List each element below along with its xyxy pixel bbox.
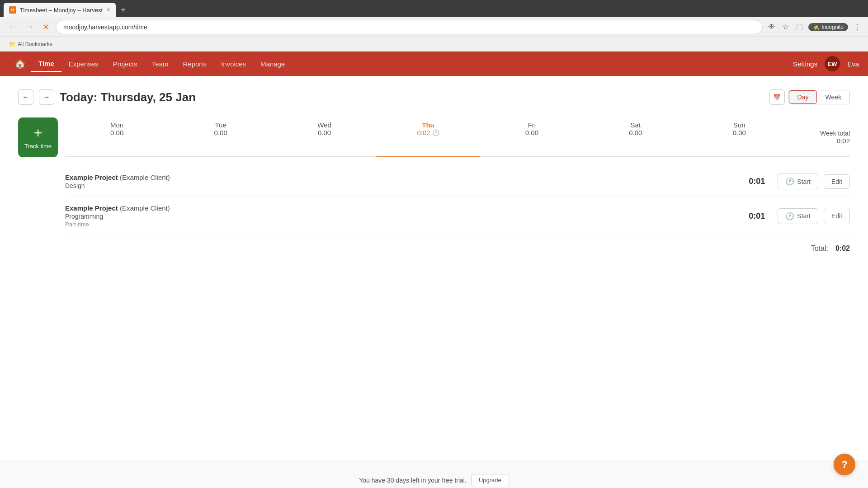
user-name[interactable]: Eva [847,60,859,68]
project-name-1: Example Project [65,174,118,181]
url-bar[interactable]: moodjoy.harvestapp.com/time [56,20,763,34]
next-date-button[interactable]: → [39,89,54,105]
project-name-2: Example Project [65,204,118,212]
footer: You have 30 days left in your free trial… [0,460,868,488]
day-sat[interactable]: Sat 0.00 [584,117,687,157]
day-view-button[interactable]: Day [789,90,817,104]
entry-hours-1: 0:01 [738,177,765,186]
view-toggle: Day Week [788,90,850,104]
day-fri[interactable]: Fri 0.00 [480,117,584,157]
nav-team[interactable]: Team [145,56,176,71]
tag-name-2: Part-time [65,221,732,228]
edit-button-2[interactable]: Edit [824,209,850,223]
week-row: + Track time Mon 0.00 Tue 0.00 [18,117,850,157]
day-hours-tue: 0.00 [214,129,227,136]
calendar-icon[interactable]: 📅 [769,89,785,105]
url-text: moodjoy.harvestapp.com/time [63,23,755,31]
day-hours-sat: 0.00 [629,129,642,136]
date-title: Today: Thursday, 25 Jan [60,90,196,104]
task-name-1: Design [65,182,732,189]
project-client-1: (Example Client) [120,174,170,181]
clock-icon-2: 🕐 [785,212,794,221]
week-total-value: 0:02 [837,137,850,145]
week-total-label: Week total [820,130,850,137]
nav-projects[interactable]: Projects [106,56,145,71]
help-button[interactable]: ? [834,454,855,475]
trial-banner: You have 30 days left in your free trial… [9,474,859,486]
day-name-thu: Thu [422,121,434,129]
upgrade-button[interactable]: Upgrade [471,474,509,486]
nav-expenses[interactable]: Expenses [61,56,106,71]
bookmarks-bar: 📁 All Bookmarks [0,37,868,52]
total-label: Total: [811,244,828,253]
app-container: 🏠 Time Expenses Projects Team Reports In… [0,52,868,488]
start-label-2: Start [797,212,811,220]
bookmark-icon[interactable]: ☆ [781,21,791,33]
day-name-wed: Wed [317,121,331,129]
eye-off-icon[interactable]: 👁 [766,21,777,33]
track-time-button[interactable]: + Track time [18,117,58,157]
settings-link[interactable]: Settings [793,60,817,68]
incognito-label: Incognito [821,24,844,30]
trial-text: You have 30 days left in your free trial… [359,477,467,484]
reload-button[interactable]: ✕ [40,20,52,34]
forward-button[interactable]: → [23,20,36,33]
back-button[interactable]: ← [5,20,19,33]
nav-time[interactable]: Time [31,56,61,72]
top-nav: 🏠 Time Expenses Projects Team Reports In… [0,52,868,76]
bookmark-all-bookmarks[interactable]: 📁 All Bookmarks [5,40,56,48]
toolbar-right: 👁 ☆ ⬚ 🕵 Incognito ⋮ [766,21,863,33]
extension-icon[interactable]: ⬚ [794,21,805,33]
home-icon[interactable]: 🏠 [9,55,31,73]
nav-reports[interactable]: Reports [176,56,214,71]
track-time-label: Track time [24,143,52,150]
nav-invoices[interactable]: Invoices [214,56,253,71]
main-content: ← → Today: Thursday, 25 Jan 📅 Day Week [0,76,868,460]
week-view-button[interactable]: Week [817,90,849,104]
new-tab-button[interactable]: + [117,3,129,17]
day-hours-thu: 0:02 🕐 [417,129,439,136]
tab-favicon: H [9,6,16,14]
bookmark-label: All Bookmarks [18,41,52,47]
task-name-2: Programming [65,213,732,220]
day-name-sun: Sun [733,121,745,129]
time-entries-list: Example Project (Example Client) Design … [18,166,850,262]
entry-info-1: Example Project (Example Client) Design [65,174,732,189]
entry-info-2: Example Project (Example Client) Program… [65,204,732,228]
active-tab[interactable]: H Timesheet – Moodjoy – Harvest × [4,3,116,17]
date-nav: ← → Today: Thursday, 25 Jan 📅 Day Week [18,89,850,105]
time-entry-2: Example Project (Example Client) Program… [65,197,850,235]
bookmark-folder-icon: 📁 [9,41,16,47]
start-button-2[interactable]: 🕐 Start [778,208,818,224]
day-wed[interactable]: Wed 0.00 [273,117,376,157]
user-avatar[interactable]: EW [825,56,840,71]
day-hours-wed: 0.00 [318,129,331,136]
incognito-icon: 🕵 [813,24,820,30]
time-entry: Example Project (Example Client) Design … [65,166,850,197]
day-thu[interactable]: Thu 0:02 🕐 [376,117,480,157]
day-sun[interactable]: Sun 0.00 [688,117,791,157]
tab-close-btn[interactable]: × [106,6,110,14]
clock-icon-1: 🕐 [785,177,794,186]
week-days: Mon 0.00 Tue 0.00 Wed 0.00 Th [65,117,791,157]
plus-icon: + [34,126,42,140]
nav-manage[interactable]: Manage [253,56,292,71]
day-tue[interactable]: Tue 0.00 [169,117,272,157]
day-hours-fri: 0.00 [525,129,538,136]
entry-project-1: Example Project (Example Client) [65,174,732,181]
more-menu-button[interactable]: ⋮ [852,21,863,33]
today-label: Today: [60,90,97,104]
edit-button-1[interactable]: Edit [824,174,850,189]
total-row: Total: 0:02 [65,235,850,262]
day-hours-sun: 0.00 [733,129,746,136]
nav-right: Settings EW Eva [793,56,859,71]
day-name-fri: Fri [528,121,536,129]
date-view-right: 📅 Day Week [769,89,850,105]
week-total: Week total 0:02 [791,117,850,157]
start-button-1[interactable]: 🕐 Start [778,174,818,189]
browser-toolbar: ← → ✕ moodjoy.harvestapp.com/time 👁 ☆ ⬚ … [0,17,868,37]
prev-date-button[interactable]: ← [18,89,33,105]
day-name-sat: Sat [631,121,641,129]
day-mon[interactable]: Mon 0.00 [65,117,169,157]
total-value: 0:02 [835,244,850,253]
